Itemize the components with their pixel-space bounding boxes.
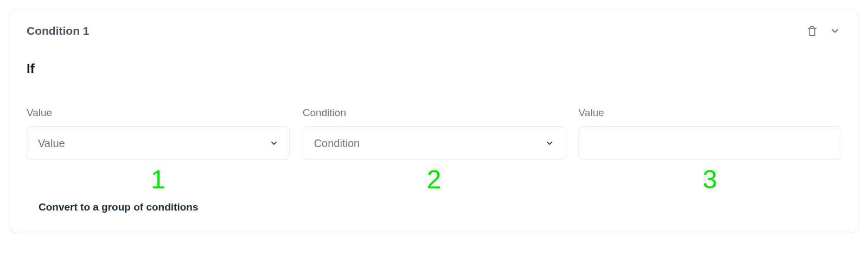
value2-input-wrap xyxy=(578,126,841,160)
fields-row: Value Value Condition Condition Value xyxy=(27,107,841,160)
chevron-down-icon xyxy=(270,139,278,148)
annotation-3: 3 xyxy=(703,165,717,194)
condition-card: Condition 1 If Value Value xyxy=(9,9,859,233)
value1-select[interactable]: Value xyxy=(27,126,290,160)
chevron-down-icon xyxy=(829,26,840,36)
annotation-cell-2: 2 xyxy=(303,167,566,193)
value2-label: Value xyxy=(578,107,841,119)
header-actions xyxy=(806,24,841,37)
card-header: Condition 1 xyxy=(27,24,841,37)
card-title: Condition 1 xyxy=(27,24,89,37)
value1-placeholder: Value xyxy=(38,137,65,150)
convert-to-group-button[interactable]: Convert to a group of conditions xyxy=(39,201,198,213)
delete-button[interactable] xyxy=(806,24,819,37)
condition-label: Condition xyxy=(303,107,566,119)
collapse-button[interactable] xyxy=(828,24,841,37)
annotation-2: 2 xyxy=(427,165,442,194)
value2-field: Value xyxy=(578,107,841,160)
value2-input[interactable] xyxy=(590,127,830,160)
annotation-cell-3: 3 xyxy=(578,167,841,193)
value1-field: Value Value xyxy=(27,107,290,160)
annotation-cell-1: 1 xyxy=(27,167,290,193)
condition-field: Condition Condition xyxy=(303,107,566,160)
chevron-down-icon xyxy=(545,139,554,148)
value1-label: Value xyxy=(27,107,290,119)
condition-placeholder: Condition xyxy=(314,137,360,150)
condition-select[interactable]: Condition xyxy=(303,126,566,160)
if-heading: If xyxy=(27,61,841,77)
trash-icon xyxy=(807,26,818,36)
annotation-row: 1 2 3 xyxy=(27,167,841,193)
annotation-1: 1 xyxy=(151,165,165,194)
